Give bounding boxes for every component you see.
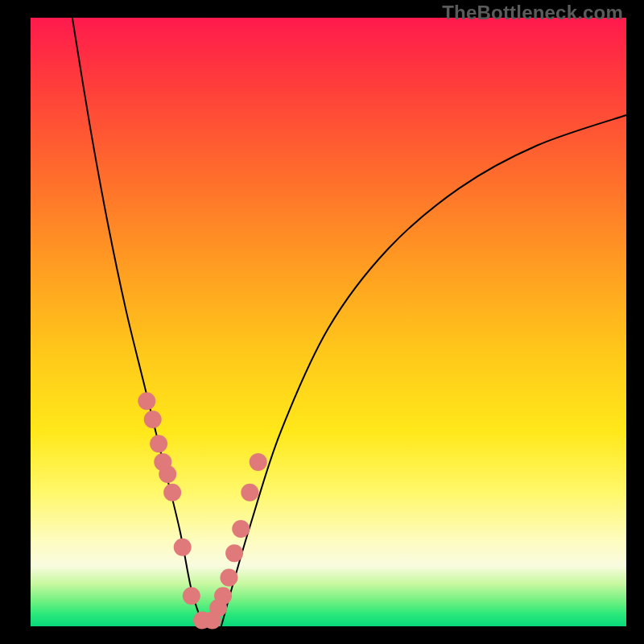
curve-right	[221, 115, 626, 626]
sample-dot	[183, 587, 200, 605]
curve-left	[72, 18, 204, 626]
sample-dots	[138, 392, 266, 629]
sample-dot	[214, 587, 232, 605]
curve-left-path	[72, 18, 204, 626]
sample-dot	[163, 484, 181, 502]
sample-dot	[174, 539, 192, 556]
sample-dot	[241, 484, 258, 502]
curve-right-path	[221, 115, 626, 626]
sample-dot	[225, 544, 243, 562]
sample-dot	[250, 453, 267, 471]
sample-dot	[220, 569, 237, 587]
sample-dot	[144, 411, 162, 428]
chart-frame: TheBottleneck.com	[0, 0, 644, 644]
sample-dot	[150, 435, 167, 452]
sample-dot	[159, 465, 176, 483]
chart-svg	[0, 0, 644, 644]
sample-dot	[232, 520, 250, 538]
sample-dot	[138, 392, 155, 410]
